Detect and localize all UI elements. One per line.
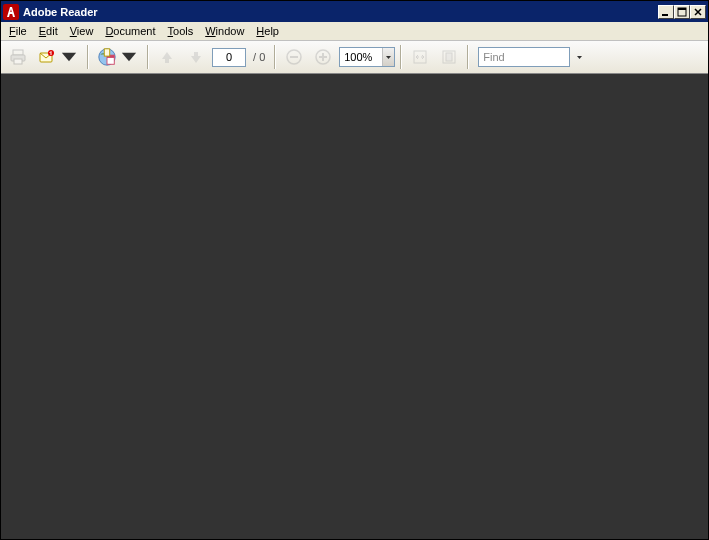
svg-rect-11 <box>104 49 109 56</box>
zoom-combo[interactable] <box>339 47 395 67</box>
zoom-input[interactable] <box>340 51 382 63</box>
window-title: Adobe Reader <box>23 6 658 18</box>
menu-bar: File Edit View Document Tools Window Hel… <box>1 22 708 41</box>
minimize-button[interactable] <box>658 5 674 19</box>
menu-tools[interactable]: Tools <box>162 23 200 39</box>
chevron-down-icon <box>59 47 79 67</box>
menu-help[interactable]: Help <box>250 23 285 39</box>
chevron-down-icon <box>576 54 583 61</box>
zoom-out-button[interactable] <box>281 44 307 70</box>
maximize-button[interactable] <box>674 5 690 19</box>
menu-window[interactable]: Window <box>199 23 250 39</box>
toolbar: / 0 <box>1 41 708 74</box>
menu-edit[interactable]: Edit <box>33 23 64 39</box>
app-icon <box>3 4 19 20</box>
fit-page-icon <box>439 47 459 67</box>
email-icon <box>37 47 57 67</box>
document-area <box>1 78 708 539</box>
toolbar-separator <box>147 45 149 69</box>
email-button[interactable] <box>34 44 82 70</box>
toolbar-separator <box>400 45 402 69</box>
zoom-dropdown-button[interactable] <box>382 48 394 66</box>
window-controls <box>658 5 706 19</box>
plus-icon <box>313 47 333 67</box>
svg-rect-5 <box>14 59 22 64</box>
svg-rect-19 <box>446 53 452 61</box>
find-dropdown-button[interactable] <box>573 47 586 67</box>
fit-width-button[interactable] <box>407 44 433 70</box>
svg-rect-17 <box>414 51 426 63</box>
prev-page-button[interactable] <box>154 44 180 70</box>
svg-rect-0 <box>662 14 668 16</box>
svg-rect-13 <box>290 56 298 58</box>
arrow-up-icon <box>157 47 177 67</box>
find-input[interactable] <box>479 51 569 63</box>
zoom-in-button[interactable] <box>310 44 336 70</box>
menu-document[interactable]: Document <box>99 23 161 39</box>
page-number-input[interactable] <box>212 48 246 67</box>
find-field[interactable] <box>478 47 570 67</box>
toolbar-separator <box>87 45 89 69</box>
app-window: Adobe Reader File Edit View Document Too… <box>0 0 709 540</box>
svg-rect-16 <box>322 53 324 61</box>
svg-rect-3 <box>13 50 23 55</box>
title-bar: Adobe Reader <box>1 1 708 22</box>
minus-icon <box>284 47 304 67</box>
fit-width-icon <box>410 47 430 67</box>
toolbar-separator <box>274 45 276 69</box>
print-button[interactable] <box>5 44 31 70</box>
toolbar-separator <box>467 45 469 69</box>
svg-rect-2 <box>678 8 686 10</box>
page-total-label: / 0 <box>249 51 269 63</box>
chevron-down-icon <box>119 47 139 67</box>
next-page-button[interactable] <box>183 44 209 70</box>
print-icon <box>8 47 28 67</box>
chevron-down-icon <box>385 54 392 61</box>
menu-file[interactable]: File <box>3 23 33 39</box>
menu-view[interactable]: View <box>64 23 100 39</box>
arrow-down-icon <box>186 47 206 67</box>
create-pdf-button[interactable] <box>94 44 142 70</box>
create-pdf-icon <box>97 47 117 67</box>
close-button[interactable] <box>690 5 706 19</box>
fit-page-button[interactable] <box>436 44 462 70</box>
